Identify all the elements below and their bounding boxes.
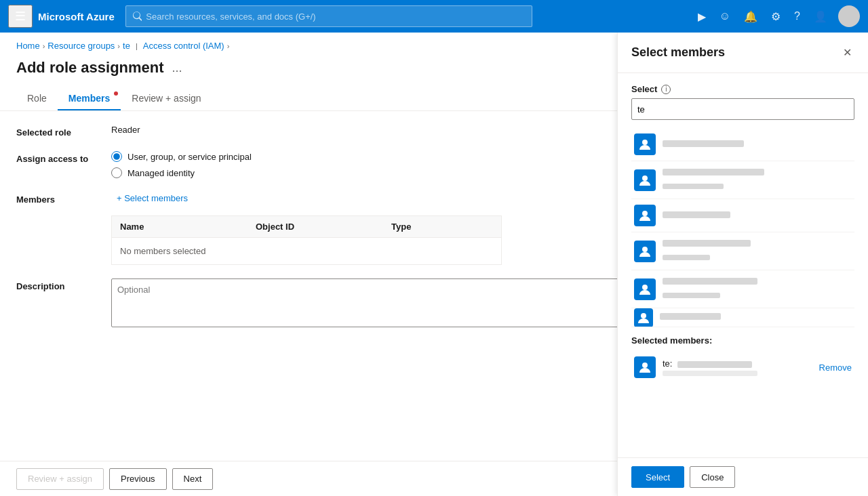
svg-point-3 [642, 247, 648, 252]
settings-button[interactable]: ⚙ [766, 6, 786, 27]
selected-member-name: te: [663, 358, 812, 369]
result-avatar [634, 308, 653, 327]
result-name-bar [663, 211, 730, 218]
breadcrumb-sep3: | [136, 42, 138, 50]
select-members-panel: Select members ✕ Select i [617, 33, 868, 496]
previous-button[interactable]: Previous [109, 468, 167, 490]
result-info [660, 312, 852, 324]
close-button[interactable]: Close [690, 466, 735, 488]
result-item[interactable] [631, 161, 854, 199]
result-info [663, 238, 852, 264]
hamburger-menu-button[interactable]: ☰ [8, 5, 33, 28]
result-name-bar [663, 169, 764, 175]
svg-point-2 [642, 211, 648, 216]
members-table-body: No members selected [112, 238, 501, 264]
select-info-icon[interactable]: i [661, 85, 671, 94]
no-members-text: No members selected [120, 246, 493, 256]
search-input[interactable] [146, 12, 524, 22]
member-search-input[interactable] [631, 98, 854, 120]
result-item[interactable] [631, 128, 854, 161]
close-panel-button[interactable]: ✕ [840, 43, 854, 62]
user-menu-button[interactable]: 👤 [808, 6, 833, 27]
breadcrumb-resource-groups[interactable]: Resource groups [47, 41, 115, 51]
more-options-button[interactable]: ... [172, 61, 182, 75]
search-icon [133, 12, 142, 21]
breadcrumb-sep4: › [227, 42, 230, 50]
breadcrumb-home[interactable]: Home [16, 41, 40, 51]
breadcrumb-iam[interactable]: Access control (IAM) [143, 41, 224, 51]
selected-member-name-bar [677, 361, 752, 368]
select-label-row: Select i [631, 84, 854, 94]
radio-user-group-input[interactable] [111, 151, 122, 162]
col-type: Type [391, 222, 493, 232]
result-info [663, 138, 852, 150]
radio-managed-identity-input[interactable] [111, 167, 122, 178]
selected-member-sub-bar [663, 371, 757, 376]
avatar[interactable] [838, 5, 860, 27]
result-item[interactable] [631, 270, 854, 308]
selected-member-item: te: Remove [631, 351, 854, 384]
cloud-shell-button[interactable]: ▶ [692, 6, 711, 27]
select-label: Select [631, 84, 657, 94]
remove-member-link[interactable]: Remove [819, 363, 852, 373]
main-area: Home › Resource groups › te | Access con… [0, 33, 868, 496]
selected-member-avatar [634, 356, 656, 378]
result-info [663, 209, 852, 222]
result-item[interactable] [631, 308, 854, 327]
topbar-icons: ▶ ☺ 🔔 ⚙ ? 👤 [692, 5, 860, 27]
selected-member-info: te: [663, 358, 812, 376]
result-name-bar [663, 140, 744, 147]
svg-point-1 [642, 175, 648, 181]
right-panel-title: Select members [631, 45, 725, 60]
result-item[interactable] [631, 199, 854, 232]
selected-members-title: Selected members: [631, 335, 854, 346]
selected-members-section: Selected members: te: Remove [631, 335, 854, 384]
selected-role-value: Reader [111, 125, 140, 135]
azure-logo: Microsoft Azure [38, 11, 115, 22]
breadcrumb-resource[interactable]: te [123, 41, 130, 51]
result-avatar [634, 133, 656, 155]
svg-point-5 [641, 313, 646, 318]
col-name: Name [120, 222, 256, 232]
result-name-bar [660, 313, 721, 320]
help-button[interactable]: ? [789, 6, 806, 26]
radio-managed-identity[interactable]: Managed identity [111, 167, 252, 178]
feedback-button[interactable]: ☺ [714, 6, 736, 26]
tab-role[interactable]: Role [16, 87, 58, 110]
svg-point-4 [642, 285, 648, 290]
review-assign-button[interactable]: Review + assign [16, 468, 104, 490]
result-avatar [634, 205, 656, 226]
description-textarea[interactable] [111, 278, 627, 327]
members-label: Members [16, 192, 111, 205]
radio-managed-identity-label: Managed identity [127, 168, 195, 178]
right-panel-header: Select members ✕ [618, 33, 868, 73]
notifications-button[interactable]: 🔔 [738, 6, 763, 27]
result-sub-bar [663, 255, 710, 260]
radio-user-group-label: User, group, or service principal [127, 152, 252, 162]
result-name-bar [663, 240, 751, 247]
right-panel-footer: Select Close [618, 457, 868, 496]
breadcrumb-sep1: › [43, 42, 45, 50]
result-item[interactable] [631, 232, 854, 270]
page-title: Add role assignment [16, 59, 164, 77]
tab-review-assign[interactable]: Review + assign [121, 87, 212, 110]
tab-members-dot [114, 91, 118, 96]
members-table: Name Object ID Type No members selected [111, 215, 502, 265]
tab-members[interactable]: Members [58, 87, 121, 110]
search-box[interactable] [125, 5, 532, 27]
svg-point-0 [642, 140, 648, 145]
right-panel-body: Select i [618, 73, 868, 457]
search-results-list [631, 128, 854, 327]
result-name-bar [663, 278, 757, 285]
result-avatar [634, 169, 656, 191]
select-members-link[interactable]: + Select members [117, 193, 188, 203]
svg-point-6 [642, 363, 648, 368]
assign-access-radio-group: User, group, or service principal Manage… [111, 151, 252, 178]
result-info [663, 276, 852, 302]
next-button[interactable]: Next [172, 468, 214, 490]
selected-role-label: Selected role [16, 125, 111, 138]
assign-access-label: Assign access to [16, 151, 111, 164]
select-button[interactable]: Select [631, 466, 684, 488]
result-info [663, 167, 852, 193]
radio-user-group[interactable]: User, group, or service principal [111, 151, 252, 162]
